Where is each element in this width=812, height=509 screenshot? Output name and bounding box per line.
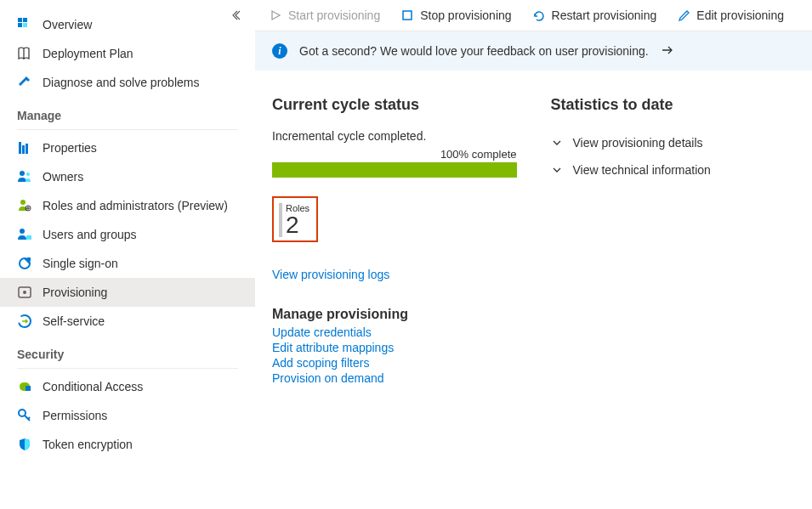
- toolbar-label: Start provisioning: [288, 8, 380, 22]
- sidebar-item-roles[interactable]: Roles and administrators (Preview): [0, 191, 255, 220]
- svg-rect-12: [26, 235, 31, 240]
- roles-icon: [17, 198, 32, 213]
- sidebar: Overview Deployment Plan Diagnose and so…: [0, 0, 255, 509]
- sidebar-item-overview[interactable]: Overview: [0, 10, 255, 39]
- sidebar-item-label: Conditional Access: [43, 380, 143, 393]
- sidebar-item-label: Owners: [43, 170, 83, 184]
- sidebar-item-label: Single sign-on: [43, 257, 118, 270]
- book-icon: [17, 46, 32, 61]
- svg-rect-1: [23, 18, 27, 22]
- svg-rect-5: [22, 145, 25, 154]
- sso-icon: [17, 256, 32, 271]
- cycle-status-text: Incremental cycle completed.: [272, 129, 517, 143]
- svg-point-8: [26, 172, 30, 176]
- svg-rect-4: [19, 142, 21, 154]
- toolbar: Start provisioning Stop provisioning Res…: [255, 0, 812, 31]
- permissions-icon: [17, 408, 32, 423]
- feedback-text: Got a second? We would love your feedbac…: [299, 44, 649, 58]
- sidebar-item-label: Diagnose and solve problems: [43, 76, 199, 89]
- stat-divider: [279, 203, 282, 237]
- shield-icon: [17, 437, 32, 452]
- sidebar-item-deployment-plan[interactable]: Deployment Plan: [0, 39, 255, 68]
- properties-icon: [17, 140, 32, 156]
- play-icon: [269, 8, 282, 22]
- toolbar-label: Edit provisioning: [696, 8, 784, 22]
- view-technical-information-toggle[interactable]: View technical information: [551, 156, 796, 184]
- svg-point-13: [20, 258, 30, 269]
- sidebar-item-label: Deployment Plan: [43, 47, 133, 60]
- info-icon: i: [272, 43, 287, 59]
- svg-point-9: [20, 200, 26, 205]
- chevron-down-icon: [551, 164, 563, 176]
- self-service-icon: [17, 314, 32, 329]
- svg-point-7: [20, 171, 25, 176]
- provision-on-demand-link[interactable]: Provision on demand: [272, 371, 517, 385]
- sidebar-item-permissions[interactable]: Permissions: [0, 401, 255, 430]
- svg-point-18: [19, 410, 26, 416]
- progress-label: 100% complete: [272, 148, 517, 161]
- sidebar-item-users-groups[interactable]: Users and groups: [0, 220, 255, 249]
- current-cycle-heading: Current cycle status: [272, 96, 517, 114]
- stop-provisioning-button[interactable]: Stop provisioning: [400, 8, 511, 22]
- section-header-security: Security: [0, 336, 255, 366]
- start-provisioning-button: Start provisioning: [269, 8, 380, 22]
- sidebar-item-label: Users and groups: [43, 228, 137, 241]
- svg-rect-3: [23, 23, 27, 27]
- toolbar-label: Restart provisioning: [552, 8, 657, 22]
- restart-provisioning-button[interactable]: Restart provisioning: [532, 8, 657, 22]
- manage-provisioning-heading: Manage provisioning: [272, 307, 517, 322]
- chevron-down-icon: [551, 137, 563, 149]
- collapse-sidebar-button[interactable]: [231, 8, 245, 25]
- svg-rect-6: [26, 144, 28, 154]
- feedback-banner[interactable]: i Got a second? We would love your feedb…: [255, 31, 812, 71]
- edit-provisioning-button[interactable]: Edit provisioning: [677, 8, 784, 22]
- svg-rect-17: [26, 386, 31, 391]
- provisioning-icon: [17, 285, 32, 300]
- toolbar-label: Stop provisioning: [420, 8, 511, 22]
- svg-point-15: [23, 291, 26, 294]
- svg-point-11: [20, 229, 25, 234]
- update-credentials-link[interactable]: Update credentials: [272, 325, 517, 339]
- view-provisioning-details-toggle[interactable]: View provisioning details: [551, 129, 796, 156]
- restart-icon: [532, 8, 546, 22]
- sidebar-item-sso[interactable]: Single sign-on: [0, 249, 255, 278]
- roles-stat-card[interactable]: Roles 2: [272, 196, 318, 242]
- sidebar-item-self-service[interactable]: Self-service: [0, 307, 255, 336]
- sidebar-item-label: Permissions: [43, 409, 107, 422]
- sidebar-item-label: Properties: [43, 141, 97, 155]
- users-groups-icon: [17, 227, 32, 242]
- divider: [17, 129, 238, 130]
- sidebar-item-owners[interactable]: Owners: [0, 162, 255, 191]
- sidebar-item-label: Provisioning: [43, 286, 107, 299]
- sidebar-item-properties[interactable]: Properties: [0, 133, 255, 162]
- sidebar-item-provisioning[interactable]: Provisioning: [0, 278, 255, 307]
- conditional-access-icon: [17, 379, 32, 394]
- sidebar-item-label: Roles and administrators (Preview): [43, 199, 228, 212]
- stop-icon: [400, 8, 414, 22]
- svg-rect-2: [18, 23, 22, 27]
- edit-attribute-mappings-link[interactable]: Edit attribute mappings: [272, 341, 517, 354]
- statistics-heading: Statistics to date: [551, 96, 796, 114]
- wrench-icon: [17, 75, 32, 90]
- view-provisioning-logs-link[interactable]: View provisioning logs: [272, 268, 517, 281]
- arrow-right-icon: [661, 44, 674, 59]
- add-scoping-filters-link[interactable]: Add scoping filters: [272, 356, 517, 370]
- owners-icon: [17, 169, 32, 184]
- sidebar-item-label: Overview: [43, 18, 92, 31]
- progress-bar: [272, 162, 517, 178]
- svg-rect-0: [18, 18, 22, 22]
- section-header-manage: Manage: [0, 97, 255, 127]
- sidebar-item-label: Token encryption: [43, 438, 133, 451]
- expand-label: View provisioning details: [573, 136, 703, 150]
- sidebar-item-conditional-access[interactable]: Conditional Access: [0, 372, 255, 401]
- sidebar-item-diagnose[interactable]: Diagnose and solve problems: [0, 68, 255, 97]
- main-content: Start provisioning Stop provisioning Res…: [255, 0, 812, 509]
- edit-icon: [677, 8, 690, 22]
- sidebar-item-token-encryption[interactable]: Token encryption: [0, 430, 255, 459]
- overview-icon: [17, 17, 32, 32]
- stat-value: 2: [286, 213, 309, 237]
- divider: [17, 368, 238, 369]
- expand-label: View technical information: [573, 163, 711, 177]
- svg-rect-19: [403, 11, 412, 20]
- sidebar-item-label: Self-service: [43, 314, 105, 328]
